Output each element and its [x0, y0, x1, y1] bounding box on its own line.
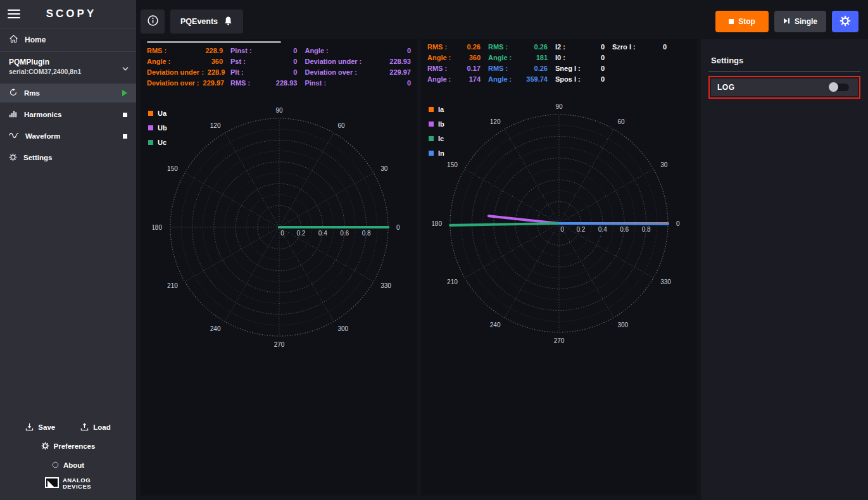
- info-icon: [147, 15, 159, 28]
- chevron-down-icon[interactable]: [122, 62, 129, 73]
- svg-text:60: 60: [618, 118, 626, 125]
- settings-panel: Settings LOG: [701, 39, 868, 500]
- stat-value: 360: [469, 54, 481, 61]
- sidebar-item-home[interactable]: Home: [0, 28, 136, 51]
- stat-value: 229.97: [389, 68, 411, 76]
- stop-icon: [123, 134, 127, 139]
- legend-item-In[interactable]: In: [429, 149, 444, 157]
- legend-item-Ua[interactable]: Ua: [148, 109, 167, 117]
- svg-text:0: 0: [396, 224, 400, 231]
- stop-button[interactable]: Stop: [715, 11, 769, 32]
- stat-row: Pst :0: [230, 58, 297, 65]
- settings-panel-title: Settings: [708, 39, 860, 72]
- stat-row: Deviation under :228.93: [305, 58, 411, 65]
- stat-value: 228.93: [276, 79, 298, 87]
- legend-item-Ub[interactable]: Ub: [148, 124, 167, 132]
- load-button[interactable]: Load: [80, 423, 110, 432]
- harmonics-label: Harmonics: [24, 111, 61, 118]
- stat-row: Angle :359.74: [488, 75, 548, 83]
- stat-value: 0: [601, 54, 605, 61]
- waveform-label: Waveform: [25, 132, 60, 140]
- svg-text:240: 240: [490, 322, 501, 328]
- stat-label: RMS :: [427, 43, 447, 51]
- svg-text:0.6: 0.6: [620, 226, 629, 233]
- preferences-button[interactable]: Preferences: [0, 437, 136, 456]
- sidebar: SCOPY Home PQMPlugin serial:COM37,2400,8…: [0, 0, 136, 500]
- brand-line-2: DEVICES: [63, 484, 91, 490]
- sidebar-item-waveform[interactable]: Waveform: [0, 127, 136, 146]
- stat-label: RMS :: [488, 65, 508, 72]
- pqevents-label: PQEvents: [180, 17, 218, 26]
- legend-item-Ic[interactable]: Ic: [429, 135, 444, 142]
- stat-row: Pinst :0: [230, 47, 297, 54]
- stat-value: 0: [293, 47, 297, 54]
- single-label: Single: [795, 17, 817, 26]
- stat-label: RMS :: [230, 79, 250, 87]
- stat-value: 0: [293, 58, 297, 65]
- sidebar-footer: Save Load Preferences About ANAL: [0, 418, 136, 500]
- stat-row: Angle :0: [305, 47, 411, 54]
- stat-label: Pinst :: [230, 47, 252, 54]
- harmonics-run-indicator[interactable]: [123, 113, 127, 117]
- legend-swatch: [429, 136, 434, 141]
- stat-value: 229.97: [203, 79, 225, 87]
- legend-item-Ia[interactable]: Ia: [429, 106, 444, 113]
- sidebar-item-harmonics[interactable]: Harmonics: [0, 105, 136, 124]
- legend-label: Ia: [438, 106, 444, 113]
- about-button[interactable]: About: [0, 456, 136, 475]
- single-button[interactable]: Single: [774, 11, 826, 32]
- stats-column: RMS :0.26Angle :181RMS :0.26Angle :359.7…: [488, 43, 548, 83]
- rms-run-indicator[interactable]: [122, 90, 127, 96]
- stats-column: Angle :0Deviation under :228.93Deviation…: [305, 47, 411, 87]
- preferences-label: Preferences: [54, 442, 96, 450]
- legend-item-Ib[interactable]: Ib: [429, 120, 444, 128]
- adi-triangle-icon: [45, 477, 59, 488]
- voltage-legend: UaUbUc: [148, 109, 167, 146]
- svg-text:210: 210: [167, 282, 178, 289]
- svg-text:90: 90: [275, 107, 283, 114]
- stat-label: Angle :: [147, 58, 170, 65]
- pqevents-button[interactable]: PQEvents: [170, 9, 243, 34]
- analog-devices-logo: ANALOG DEVICES: [0, 475, 136, 500]
- play-icon: [122, 90, 127, 96]
- info-button[interactable]: [141, 9, 165, 34]
- legend-item-Uc[interactable]: Uc: [148, 139, 167, 146]
- legend-swatch: [429, 151, 434, 156]
- stat-value: 228.9: [208, 68, 225, 76]
- stat-row: Plt :0: [230, 68, 297, 76]
- legend-label: Uc: [158, 139, 167, 146]
- svg-text:0.6: 0.6: [340, 230, 349, 237]
- plugin-header-pqmplugin[interactable]: PQMPlugin serial:COM37,2400,8n1: [0, 52, 136, 80]
- stat-label: Sneg I :: [555, 65, 581, 72]
- svg-text:300: 300: [618, 322, 629, 328]
- save-button[interactable]: Save: [25, 423, 55, 432]
- stat-value: 0: [601, 75, 605, 83]
- stat-row: Szro I :0: [612, 43, 667, 51]
- save-label: Save: [38, 423, 55, 431]
- stat-value: 174: [469, 75, 481, 83]
- home-icon: [9, 34, 18, 46]
- svg-text:150: 150: [167, 165, 178, 172]
- stop-icon: [123, 113, 127, 117]
- stats-column: Szro I :0: [612, 43, 667, 83]
- load-icon: [80, 423, 89, 432]
- stat-row: Angle :181: [488, 54, 548, 61]
- current-stats-grid: RMS :0.26Angle :360RMS :0.17Angle :174RM…: [421, 39, 697, 85]
- stat-value: 0: [601, 43, 605, 51]
- stat-row: Angle :174: [427, 75, 481, 83]
- log-toggle[interactable]: [830, 84, 849, 91]
- sidebar-header: SCOPY: [0, 0, 136, 28]
- hamburger-menu-icon[interactable]: [8, 9, 20, 18]
- stat-value: 359.74: [526, 75, 548, 83]
- stat-row: RMS :0.26: [488, 65, 548, 72]
- stat-value: 0.26: [534, 65, 548, 72]
- stat-label: I0 :: [555, 54, 565, 61]
- waveform-run-indicator[interactable]: [123, 134, 127, 139]
- stat-label: Angle :: [488, 54, 512, 61]
- plugin-name: PQMPlugin: [9, 58, 127, 66]
- sidebar-item-rms[interactable]: Rms: [0, 84, 136, 103]
- stat-value: 228.9: [205, 47, 223, 54]
- sidebar-item-settings[interactable]: Settings: [0, 148, 136, 167]
- settings-gear-button[interactable]: [832, 11, 859, 32]
- stat-row: Deviation over :229.97: [147, 79, 223, 87]
